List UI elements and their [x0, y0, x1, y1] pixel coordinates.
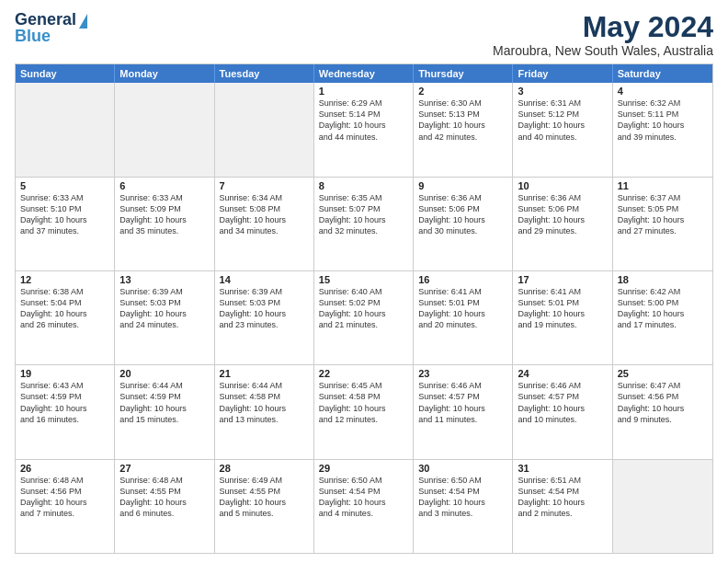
day-number: 27: [119, 463, 209, 474]
cell-info: Sunrise: 6:30 AM Sunset: 5:13 PM Dayligh…: [418, 98, 507, 143]
day-number: 30: [418, 463, 507, 474]
cal-cell-6: 6Sunrise: 6:33 AM Sunset: 5:09 PM Daylig…: [115, 178, 214, 270]
cell-info: Sunrise: 6:37 AM Sunset: 5:05 PM Dayligh…: [618, 192, 708, 237]
day-number: 26: [20, 463, 109, 474]
cell-info: Sunrise: 6:39 AM Sunset: 5:03 PM Dayligh…: [220, 286, 309, 331]
cell-info: Sunrise: 6:34 AM Sunset: 5:08 PM Dayligh…: [220, 192, 309, 237]
cal-cell-3: 3Sunrise: 6:31 AM Sunset: 5:12 PM Daylig…: [513, 83, 612, 176]
cell-info: Sunrise: 6:50 AM Sunset: 4:54 PM Dayligh…: [418, 475, 507, 520]
calendar-header: SundayMondayTuesdayWednesdayThursdayFrid…: [16, 64, 712, 83]
cell-info: Sunrise: 6:40 AM Sunset: 5:02 PM Dayligh…: [319, 286, 408, 331]
cal-cell-12: 12Sunrise: 6:38 AM Sunset: 5:04 PM Dayli…: [16, 271, 115, 364]
cal-cell-24: 24Sunrise: 6:46 AM Sunset: 4:57 PM Dayli…: [513, 365, 612, 458]
calendar-row-4: 26Sunrise: 6:48 AM Sunset: 4:56 PM Dayli…: [16, 459, 712, 553]
cal-cell-4: 4Sunrise: 6:32 AM Sunset: 5:11 PM Daylig…: [613, 83, 712, 176]
cal-cell-17: 17Sunrise: 6:41 AM Sunset: 5:01 PM Dayli…: [513, 271, 612, 364]
day-number: 5: [20, 180, 109, 191]
cal-cell-29: 29Sunrise: 6:50 AM Sunset: 4:54 PM Dayli…: [314, 460, 414, 553]
header-day-friday: Friday: [513, 64, 612, 83]
cell-info: Sunrise: 6:48 AM Sunset: 4:55 PM Dayligh…: [119, 475, 209, 520]
day-number: 3: [518, 86, 607, 97]
logo-blue: Blue: [15, 28, 51, 46]
cal-cell-16: 16Sunrise: 6:41 AM Sunset: 5:01 PM Dayli…: [414, 271, 513, 364]
cal-cell-8: 8Sunrise: 6:35 AM Sunset: 5:07 PM Daylig…: [314, 178, 414, 270]
cell-info: Sunrise: 6:44 AM Sunset: 4:58 PM Dayligh…: [220, 380, 309, 425]
day-number: 9: [418, 180, 507, 191]
cell-info: Sunrise: 6:32 AM Sunset: 5:11 PM Dayligh…: [618, 98, 708, 143]
cal-cell-21: 21Sunrise: 6:44 AM Sunset: 4:58 PM Dayli…: [215, 365, 314, 458]
cell-info: Sunrise: 6:51 AM Sunset: 4:54 PM Dayligh…: [518, 475, 607, 520]
day-number: 20: [119, 368, 209, 379]
logo-triangle-icon: [79, 14, 87, 29]
cal-cell-26: 26Sunrise: 6:48 AM Sunset: 4:56 PM Dayli…: [16, 460, 115, 553]
cal-cell-27: 27Sunrise: 6:48 AM Sunset: 4:55 PM Dayli…: [115, 460, 214, 553]
day-number: 10: [518, 180, 607, 191]
header-day-saturday: Saturday: [613, 64, 712, 83]
cell-info: Sunrise: 6:38 AM Sunset: 5:04 PM Dayligh…: [20, 286, 109, 331]
cell-info: Sunrise: 6:49 AM Sunset: 4:55 PM Dayligh…: [220, 475, 309, 520]
main-title: May 2024: [493, 11, 713, 43]
cal-cell-5: 5Sunrise: 6:33 AM Sunset: 5:10 PM Daylig…: [16, 178, 115, 270]
cell-info: Sunrise: 6:43 AM Sunset: 4:59 PM Dayligh…: [20, 380, 109, 425]
day-number: 2: [418, 86, 507, 97]
cell-info: Sunrise: 6:45 AM Sunset: 4:58 PM Dayligh…: [319, 380, 408, 425]
page: General Blue May 2024 Maroubra, New Sout…: [0, 0, 728, 563]
cell-info: Sunrise: 6:35 AM Sunset: 5:07 PM Dayligh…: [319, 192, 408, 237]
cal-cell-empty-2: [215, 83, 314, 176]
header-day-thursday: Thursday: [414, 64, 513, 83]
cal-cell-7: 7Sunrise: 6:34 AM Sunset: 5:08 PM Daylig…: [215, 178, 314, 270]
day-number: 23: [418, 368, 507, 379]
header: General Blue May 2024 Maroubra, New Sout…: [15, 11, 713, 58]
cell-info: Sunrise: 6:33 AM Sunset: 5:10 PM Dayligh…: [20, 192, 109, 237]
cell-info: Sunrise: 6:46 AM Sunset: 4:57 PM Dayligh…: [518, 380, 607, 425]
cal-cell-31: 31Sunrise: 6:51 AM Sunset: 4:54 PM Dayli…: [513, 460, 612, 553]
cell-info: Sunrise: 6:39 AM Sunset: 5:03 PM Dayligh…: [119, 286, 209, 331]
day-number: 17: [518, 274, 607, 285]
cal-cell-10: 10Sunrise: 6:36 AM Sunset: 5:06 PM Dayli…: [513, 178, 612, 270]
cell-info: Sunrise: 6:33 AM Sunset: 5:09 PM Dayligh…: [119, 192, 209, 237]
cell-info: Sunrise: 6:48 AM Sunset: 4:56 PM Dayligh…: [20, 475, 109, 520]
cal-cell-empty-0: [16, 83, 115, 176]
day-number: 22: [319, 368, 408, 379]
day-number: 7: [220, 180, 309, 191]
cal-cell-15: 15Sunrise: 6:40 AM Sunset: 5:02 PM Dayli…: [314, 271, 414, 364]
cell-info: Sunrise: 6:46 AM Sunset: 4:57 PM Dayligh…: [418, 380, 507, 425]
cal-cell-22: 22Sunrise: 6:45 AM Sunset: 4:58 PM Dayli…: [314, 365, 414, 458]
day-number: 8: [319, 180, 408, 191]
day-number: 28: [220, 463, 309, 474]
day-number: 12: [20, 274, 109, 285]
day-number: 19: [20, 368, 109, 379]
calendar-body: 1Sunrise: 6:29 AM Sunset: 5:14 PM Daylig…: [16, 83, 712, 553]
cell-info: Sunrise: 6:36 AM Sunset: 5:06 PM Dayligh…: [418, 192, 507, 237]
day-number: 11: [618, 180, 708, 191]
cell-info: Sunrise: 6:41 AM Sunset: 5:01 PM Dayligh…: [518, 286, 607, 331]
cal-cell-empty-1: [115, 83, 214, 176]
cal-cell-28: 28Sunrise: 6:49 AM Sunset: 4:55 PM Dayli…: [215, 460, 314, 553]
day-number: 21: [220, 368, 309, 379]
calendar-row-0: 1Sunrise: 6:29 AM Sunset: 5:14 PM Daylig…: [16, 83, 712, 176]
cell-info: Sunrise: 6:29 AM Sunset: 5:14 PM Dayligh…: [319, 98, 408, 143]
day-number: 13: [119, 274, 209, 285]
calendar-row-1: 5Sunrise: 6:33 AM Sunset: 5:10 PM Daylig…: [16, 177, 712, 270]
day-number: 1: [319, 86, 408, 97]
cal-cell-13: 13Sunrise: 6:39 AM Sunset: 5:03 PM Dayli…: [115, 271, 214, 364]
cal-cell-empty-6: [613, 460, 712, 553]
header-day-sunday: Sunday: [16, 64, 115, 83]
day-number: 16: [418, 274, 507, 285]
day-number: 31: [518, 463, 607, 474]
calendar-row-2: 12Sunrise: 6:38 AM Sunset: 5:04 PM Dayli…: [16, 270, 712, 364]
cal-cell-9: 9Sunrise: 6:36 AM Sunset: 5:06 PM Daylig…: [414, 178, 513, 270]
day-number: 25: [618, 368, 708, 379]
cell-info: Sunrise: 6:41 AM Sunset: 5:01 PM Dayligh…: [418, 286, 507, 331]
day-number: 29: [319, 463, 408, 474]
cal-cell-20: 20Sunrise: 6:44 AM Sunset: 4:59 PM Dayli…: [115, 365, 214, 458]
cell-info: Sunrise: 6:31 AM Sunset: 5:12 PM Dayligh…: [518, 98, 607, 143]
cal-cell-1: 1Sunrise: 6:29 AM Sunset: 5:14 PM Daylig…: [314, 83, 414, 176]
day-number: 6: [119, 180, 209, 191]
cell-info: Sunrise: 6:50 AM Sunset: 4:54 PM Dayligh…: [319, 475, 408, 520]
cal-cell-30: 30Sunrise: 6:50 AM Sunset: 4:54 PM Dayli…: [414, 460, 513, 553]
day-number: 18: [618, 274, 708, 285]
cal-cell-14: 14Sunrise: 6:39 AM Sunset: 5:03 PM Dayli…: [215, 271, 314, 364]
cell-info: Sunrise: 6:44 AM Sunset: 4:59 PM Dayligh…: [119, 380, 209, 425]
subtitle: Maroubra, New South Wales, Australia: [493, 43, 713, 58]
